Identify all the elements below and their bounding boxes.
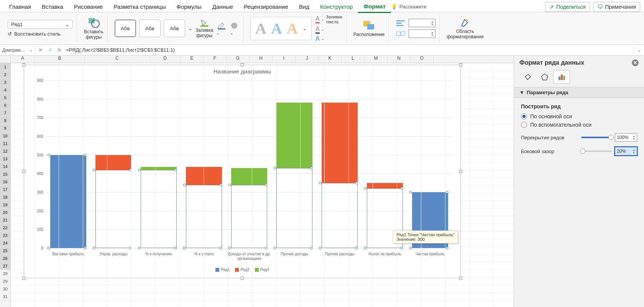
radio-secondary-axis[interactable]: По вспомогательной оси — [521, 122, 637, 128]
data-bar[interactable] — [322, 103, 358, 183]
row-header[interactable]: 9 — [0, 124, 10, 132]
arrange-button[interactable]: Расположение — [353, 20, 385, 37]
data-bar[interactable] — [276, 103, 312, 168]
column-header[interactable]: J — [296, 56, 319, 63]
bar-slot[interactable] — [362, 80, 407, 248]
formula-expand-button[interactable]: ⌄ — [634, 47, 644, 53]
column-header[interactable]: K — [319, 56, 342, 63]
height-input[interactable]: ▲▼ — [409, 19, 435, 27]
fx-label[interactable]: fx — [55, 47, 64, 53]
wordart-gallery[interactable]: A A A ⌄ — [250, 17, 312, 40]
plot-area[interactable] — [46, 80, 453, 248]
resize-handle[interactable] — [22, 63, 25, 66]
tab-insert[interactable]: Вставка — [36, 1, 69, 12]
text-fill-button[interactable]: A ⌄ Заливка текста — [315, 15, 342, 24]
shape-outline-button[interactable]: ⌄ — [216, 21, 227, 36]
row-header[interactable]: 4 — [0, 86, 10, 94]
fp-tab-effects[interactable] — [536, 70, 553, 84]
name-box[interactable]: Диаграм… ⌄ — [0, 46, 35, 54]
tab-review[interactable]: Рецензирование — [238, 1, 294, 12]
row-header[interactable]: 25 — [0, 247, 10, 255]
formula-enter-button[interactable]: ✓ — [45, 47, 55, 53]
shape-fill-button[interactable]: Заливка фигуры — [196, 18, 213, 38]
row-header[interactable]: 18 — [0, 193, 10, 201]
legend-item-3[interactable]: Ряд3 — [255, 268, 269, 272]
column-header[interactable]: E — [181, 56, 204, 63]
text-outline-button[interactable]: A ⌄ — [315, 26, 342, 34]
column-header[interactable]: N — [388, 56, 411, 63]
row-header[interactable]: 22 — [0, 224, 10, 232]
tab-format[interactable]: Формат — [358, 1, 391, 13]
row-header[interactable]: 10 — [0, 132, 10, 140]
row-header[interactable]: 31 — [0, 293, 10, 300]
row-header[interactable]: 8 — [0, 117, 10, 124]
bar-slot[interactable] — [136, 80, 181, 248]
radio-primary-axis[interactable]: По основной оси — [521, 113, 637, 119]
select-all-corner[interactable] — [0, 56, 11, 63]
row-header[interactable]: 14 — [0, 163, 10, 170]
insert-shapes-button[interactable]: Вставить фигуры — [84, 17, 104, 40]
text-effects-button[interactable]: A ⌄ — [315, 35, 342, 42]
tab-page-layout[interactable]: Разметка страницы — [108, 1, 171, 12]
bar-slot[interactable] — [227, 80, 272, 248]
tab-formulas[interactable]: Формулы — [171, 1, 207, 12]
row-header[interactable]: 3 — [0, 78, 10, 86]
resize-handle[interactable] — [459, 170, 462, 173]
legend-item-1[interactable]: Ряд1 — [215, 268, 230, 272]
tab-chart-design[interactable]: Конструктор — [315, 1, 358, 12]
overlap-input[interactable]: 100%▲▼ — [615, 133, 637, 142]
bar-slot[interactable] — [46, 80, 91, 248]
row-header[interactable]: 19 — [0, 201, 10, 209]
gap-slider[interactable] — [581, 150, 612, 152]
chevron-down-icon[interactable]: ⌄ — [302, 26, 307, 31]
column-header[interactable]: O — [411, 56, 434, 63]
data-bar[interactable] — [186, 167, 222, 185]
column-header[interactable]: H — [250, 56, 273, 63]
row-header[interactable]: 28 — [0, 270, 10, 278]
tab-data[interactable]: Данные — [207, 1, 238, 12]
chart-title[interactable]: Название диаграммы — [24, 65, 460, 76]
column-header[interactable]: B — [35, 56, 85, 63]
row-header[interactable]: 15 — [0, 170, 10, 178]
shape-style-gallery[interactable]: Абв Абв Абв ⌄ — [115, 20, 192, 37]
resize-handle[interactable] — [241, 277, 244, 280]
formula-input[interactable]: =РЯД(;Лист2!$B$3:$B$11;Лист2!$C$3:$C$11;… — [64, 46, 634, 54]
bar-slot[interactable] — [181, 80, 227, 248]
tab-home[interactable]: Главная — [4, 1, 36, 12]
row-header[interactable]: 2 — [0, 71, 10, 78]
restore-style-button[interactable]: ↺ Восстановить стиль — [8, 31, 61, 37]
fp-tab-series[interactable] — [553, 70, 570, 84]
shape-style-1[interactable]: Абв — [115, 20, 136, 37]
row-header[interactable]: 11 — [0, 140, 10, 147]
row-header[interactable]: 26 — [0, 255, 10, 262]
row-header[interactable]: 1 — [0, 63, 10, 71]
row-header[interactable]: 27 — [0, 262, 10, 270]
row-header[interactable]: 17 — [0, 186, 10, 193]
format-pane-button[interactable]: Область форматирования — [447, 17, 483, 39]
row-header[interactable]: 23 — [0, 232, 10, 239]
resize-handle[interactable] — [459, 277, 462, 280]
data-bar[interactable] — [141, 167, 177, 170]
fp-section-header[interactable]: ▼ Параметры ряда — [514, 87, 644, 98]
row-header[interactable]: 6 — [0, 101, 10, 109]
wordart-style-2[interactable]: A — [271, 20, 282, 38]
column-header[interactable]: D — [150, 56, 181, 63]
data-bar[interactable] — [95, 155, 131, 170]
bar-slot[interactable] — [317, 80, 362, 248]
column-header[interactable]: A — [11, 56, 35, 63]
column-header[interactable]: I — [273, 56, 296, 63]
shape-style-3[interactable]: Абв — [164, 20, 185, 37]
bar-slot[interactable] — [91, 80, 136, 248]
wordart-style-3[interactable]: A — [287, 20, 298, 38]
resize-handle[interactable] — [241, 63, 244, 66]
fp-tab-fill[interactable] — [519, 70, 536, 84]
row-header[interactable]: 5 — [0, 94, 10, 101]
resize-handle[interactable] — [22, 170, 25, 173]
share-button[interactable]: ⇗ Поделиться — [545, 2, 590, 12]
column-header[interactable]: L — [342, 56, 365, 63]
wordart-style-1[interactable]: A — [255, 20, 266, 38]
row-header[interactable]: 20 — [0, 209, 10, 216]
tab-view[interactable]: Вид — [294, 1, 315, 12]
width-input[interactable]: ▲▼ — [409, 29, 435, 38]
resize-handle[interactable] — [459, 63, 462, 66]
